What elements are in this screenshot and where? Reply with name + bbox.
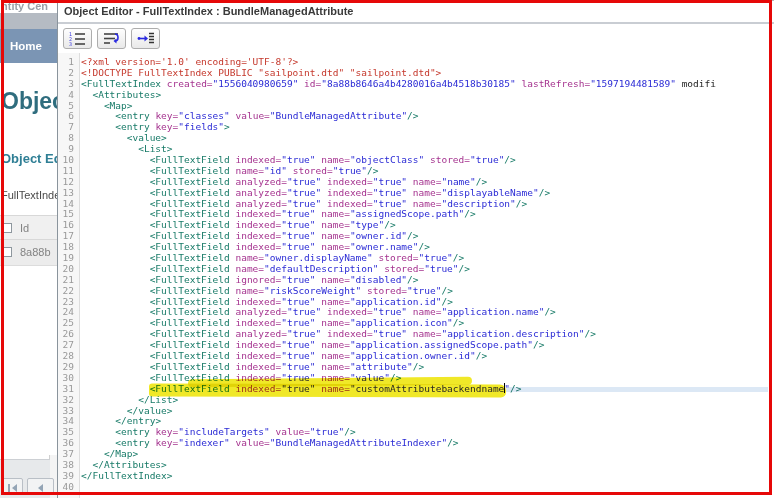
- code-line[interactable]: </FullTextIndex>: [81, 471, 774, 482]
- first-page-icon: [8, 484, 10, 492]
- code-line[interactable]: <FullTextIndex created="1556040980659" i…: [81, 79, 774, 90]
- screenshot-root: ntity Cen Home Object Object Ed FullText…: [0, 0, 774, 498]
- prev-page-icon: [38, 484, 43, 492]
- code-area[interactable]: <?xml version='1.0' encoding='UTF-8'?><!…: [81, 57, 774, 498]
- table-header-row: Id: [0, 215, 57, 240]
- toggle-wrap-button[interactable]: [97, 28, 126, 49]
- object-editor-dialog: Object Editor - FullTextIndex : BundleMa…: [57, 0, 774, 498]
- code-line[interactable]: <entry key="indexer" value="BundleManage…: [81, 438, 774, 449]
- indent-button[interactable]: [131, 28, 160, 49]
- background-page: ntity Cen Home Object Object Ed FullText…: [0, 0, 57, 498]
- page-header-fragment: ntity Cen: [1, 0, 57, 12]
- code-line[interactable]: </Map>: [81, 449, 774, 460]
- select-all-checkbox[interactable]: [2, 223, 12, 233]
- indent-icon: [137, 31, 155, 46]
- xml-editor[interactable]: 1234567891011121314151617181920212223242…: [58, 53, 774, 498]
- line-number: 13: [58, 188, 79, 199]
- code-line[interactable]: </Attributes>: [81, 460, 774, 471]
- line-number-gutter: 1234567891011121314151617181920212223242…: [58, 53, 80, 498]
- line-numbers-button[interactable]: 1 2 3: [63, 28, 92, 49]
- line-number: 22: [58, 286, 79, 297]
- line-number: 31: [58, 384, 79, 395]
- row-id-value: 8a88b: [20, 246, 51, 258]
- svg-text:3: 3: [69, 41, 72, 46]
- pagination-bar: [0, 459, 50, 498]
- line-numbers-icon: 1 2 3: [69, 31, 87, 46]
- nav-tab-home[interactable]: Home: [0, 29, 57, 63]
- column-header-id: Id: [20, 222, 29, 234]
- code-line[interactable]: </value>: [81, 406, 774, 417]
- line-number: 32: [58, 395, 79, 406]
- code-line[interactable]: [81, 482, 774, 493]
- dialog-title: Object Editor - FullTextIndex : BundleMa…: [58, 1, 774, 24]
- code-line[interactable]: <entry key="fields">: [81, 122, 774, 133]
- first-page-button[interactable]: [2, 478, 23, 495]
- nav-bar-fragment: [0, 13, 57, 29]
- prev-page-button[interactable]: [27, 478, 54, 495]
- section-link-fragment[interactable]: Object Ed: [1, 151, 57, 166]
- code-line[interactable]: <value>: [81, 133, 774, 144]
- code-line[interactable]: <FullTextField indexed="true" name="cust…: [81, 384, 774, 395]
- table-row[interactable]: 8a88b: [0, 240, 57, 266]
- row-checkbox[interactable]: [2, 247, 12, 257]
- wrap-lines-icon: [103, 31, 121, 46]
- line-number: 40: [58, 482, 79, 493]
- code-line[interactable]: </List>: [81, 395, 774, 406]
- line-number: 4: [58, 90, 79, 101]
- code-line[interactable]: <Attributes>: [81, 90, 774, 101]
- editor-toolbar: 1 2 3: [58, 24, 774, 55]
- object-type-label-fragment: FullTextInde: [1, 189, 57, 201]
- page-title-fragment: Object: [1, 88, 57, 115]
